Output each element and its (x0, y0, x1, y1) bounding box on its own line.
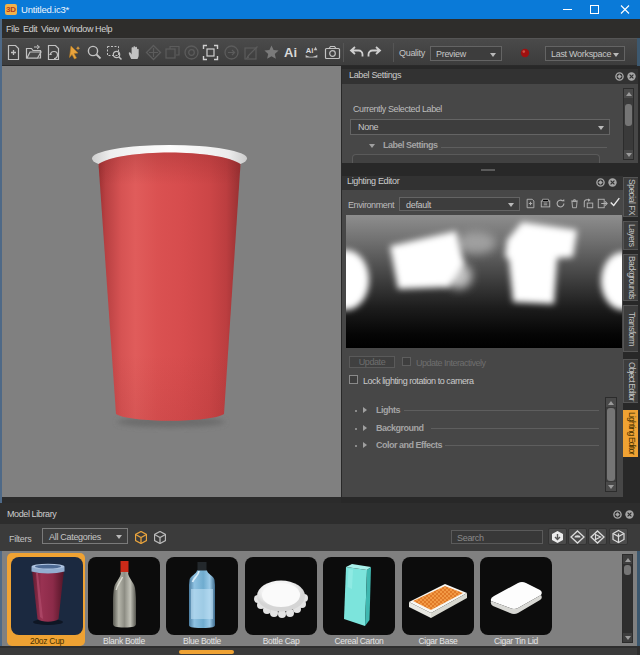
svg-text:Ai: Ai (284, 45, 297, 60)
svg-text:Ai: Ai (306, 46, 314, 55)
